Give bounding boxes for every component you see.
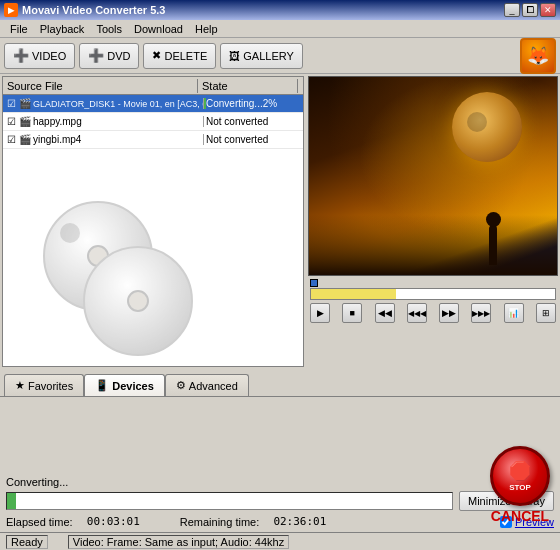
menu-bar: File Playback Tools Download Help	[0, 20, 560, 38]
menu-download[interactable]: Download	[128, 21, 189, 37]
status-left-text: Ready	[11, 536, 43, 548]
gallery-label: GALLERY	[243, 50, 294, 62]
fullscreen-button[interactable]: ⊞	[536, 303, 556, 323]
converting-label: Converting...	[6, 476, 68, 488]
play-button[interactable]: ▶	[310, 303, 330, 323]
seek-thumb[interactable]	[310, 279, 318, 287]
add-video-label: VIDEO	[32, 50, 66, 62]
file-status: Not converted	[203, 134, 303, 145]
cancel-stop-button[interactable]: 🛑 STOP	[490, 446, 550, 506]
app-icon: ▶	[4, 3, 18, 17]
playback-controls: ▶ ■ ◀◀ ◀◀◀ ▶▶ ▶▶▶ 📊 ⊞	[308, 301, 558, 325]
file-list-header: Source File State	[3, 77, 303, 95]
gallery-icon: 🖼	[229, 50, 240, 62]
favorites-icon: ★	[15, 379, 25, 392]
status-ready: Ready	[6, 535, 48, 549]
menu-file[interactable]: File	[4, 21, 34, 37]
status-video-info: Video: Frame: Same as input; Audio: 44kh…	[68, 535, 289, 549]
tab-advanced[interactable]: ⚙ Advanced	[165, 374, 249, 396]
file-name: yingbi.mp4	[33, 134, 203, 145]
forward-fast-button[interactable]: ▶▶▶	[471, 303, 491, 323]
file-checkbox[interactable]: ☑	[3, 116, 19, 127]
delete-label: DELETE	[164, 50, 207, 62]
moon-crater	[467, 112, 487, 132]
stop-icon: 🛑	[509, 460, 531, 482]
file-list-body: ☑ 🎬 GLADIATOR_DISK1 - Movie 01, en [AC3,…	[3, 95, 303, 366]
menu-help[interactable]: Help	[189, 21, 224, 37]
cancel-container: 🛑 STOP CANCEL	[490, 446, 550, 524]
devices-icon: 📱	[95, 379, 109, 392]
progress-bar	[6, 492, 453, 510]
sky-gradient	[309, 215, 557, 275]
convert-status-row: Converting...	[6, 476, 554, 488]
app-logo: 🦊	[520, 38, 556, 74]
cancel-label: CANCEL	[491, 508, 549, 524]
stop-label: STOP	[509, 483, 531, 492]
forward-button[interactable]: ▶▶	[439, 303, 459, 323]
tab-favorites[interactable]: ★ Favorites	[4, 374, 84, 396]
add-video-button[interactable]: ➕ VIDEO	[4, 43, 75, 69]
seek-area	[308, 276, 558, 301]
file-status: Not converted	[203, 116, 303, 127]
gallery-button[interactable]: 🖼 GALLERY	[220, 43, 303, 69]
toolbar: ➕ VIDEO ➕ DVD ✖ DELETE 🖼 GALLERY 🦊	[0, 38, 560, 74]
tab-devices-label: Devices	[112, 380, 154, 392]
table-row[interactable]: ☑ 🎬 GLADIATOR_DISK1 - Movie 01, en [AC3,…	[3, 95, 303, 113]
video-preview	[308, 76, 558, 276]
add-dvd-icon: ➕	[88, 48, 104, 63]
elapsed-value: 00:03:01	[87, 515, 140, 528]
tab-favorites-label: Favorites	[28, 380, 73, 392]
menu-playback[interactable]: Playback	[34, 21, 91, 37]
file-checkbox[interactable]: ☑	[3, 98, 19, 109]
preview-panel: ▶ ■ ◀◀ ◀◀◀ ▶▶ ▶▶▶ 📊 ⊞	[308, 76, 558, 367]
seek-bar[interactable]	[310, 288, 556, 300]
col-state-header: State	[198, 79, 298, 93]
tabs-area: ★ Favorites 📱 Devices ⚙ Advanced	[0, 369, 560, 397]
elapsed-label: Elapsed time:	[6, 516, 73, 528]
tab-advanced-label: Advanced	[189, 380, 238, 392]
moon-graphic	[452, 92, 522, 162]
add-dvd-button[interactable]: ➕ DVD	[79, 43, 139, 69]
convert-area: Converting... Minimize to tray 🛑 STOP CA…	[0, 472, 560, 532]
delete-icon: ✖	[152, 49, 161, 62]
file-icon: 🎬	[19, 116, 31, 127]
progress-bar-fill	[7, 493, 16, 509]
rewind-fast-button[interactable]: ◀◀◀	[407, 303, 427, 323]
table-row[interactable]: ☑ 🎬 happy.mpg Not converted	[3, 113, 303, 131]
title-bar: ▶ Movavi Video Converter 5.3 _ ⧠ ✕	[0, 0, 560, 20]
rewind-button[interactable]: ◀◀	[375, 303, 395, 323]
figure-head	[486, 212, 501, 227]
file-checkbox[interactable]: ☑	[3, 134, 19, 145]
minimize-window-button[interactable]: _	[504, 3, 520, 17]
file-list-panel: Source File State ☑ 🎬 GLADIATOR_DISK1 - …	[2, 76, 304, 367]
file-status: Converting...2%	[203, 98, 303, 109]
seek-bar-fill	[311, 289, 396, 299]
window-title: Movavi Video Converter 5.3	[22, 4, 165, 16]
file-name: happy.mpg	[33, 116, 203, 127]
disc-illustration	[3, 186, 303, 366]
remaining-separator	[263, 516, 269, 528]
file-icon: 🎬	[19, 98, 31, 109]
disc-2	[83, 246, 193, 356]
file-icon: 🎬	[19, 134, 31, 145]
elapsed-separator	[77, 516, 83, 528]
delete-button[interactable]: ✖ DELETE	[143, 43, 216, 69]
menu-tools[interactable]: Tools	[90, 21, 128, 37]
remaining-label: Remaining time:	[180, 516, 259, 528]
status-video-text: Video: Frame: Same as input; Audio: 44kh…	[73, 536, 284, 548]
restore-window-button[interactable]: ⧠	[522, 3, 538, 17]
progress-row: Minimize to tray 🛑 STOP CANCEL	[6, 491, 554, 511]
table-row[interactable]: ☑ 🎬 yingbi.mp4 Not converted	[3, 131, 303, 149]
close-window-button[interactable]: ✕	[540, 3, 556, 17]
advanced-icon: ⚙	[176, 379, 186, 392]
volume-button[interactable]: 📊	[504, 303, 524, 323]
time-row: Elapsed time: 00:03:01 Remaining time: 0…	[6, 515, 554, 528]
status-bar: Ready Video: Frame: Same as input; Audio…	[0, 532, 560, 550]
remaining-value: 02:36:01	[273, 515, 326, 528]
add-video-icon: ➕	[13, 48, 29, 63]
tab-devices[interactable]: 📱 Devices	[84, 374, 165, 396]
main-area: Source File State ☑ 🎬 GLADIATOR_DISK1 - …	[0, 74, 560, 369]
col-source-header: Source File	[3, 79, 198, 93]
add-dvd-label: DVD	[107, 50, 130, 62]
stop-button[interactable]: ■	[342, 303, 362, 323]
